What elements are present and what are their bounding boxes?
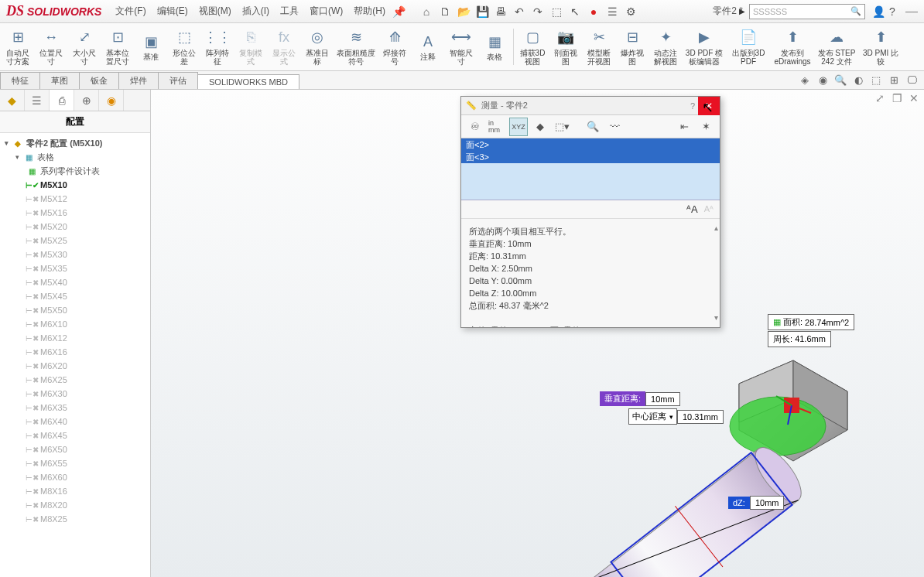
view-icon[interactable]: 🖵 (904, 72, 919, 87)
config-item[interactable]: ⊢✖M6X55 (2, 456, 149, 470)
config-item[interactable]: ⊢✖M5X25 (2, 234, 149, 248)
pin-right-icon[interactable]: ✶ (696, 118, 715, 136)
measure-title-bar[interactable]: 📏 测量 - 零件2 ? ✕ (461, 97, 720, 115)
xyz-button[interactable]: XYZ (509, 118, 528, 136)
pin-icon[interactable]: 📌 (392, 5, 406, 19)
config-item[interactable]: ⊢✖M8X16 (2, 484, 149, 498)
selection-item[interactable]: 面<3> (461, 151, 720, 163)
config-item[interactable]: ⊢✔M5X10 (2, 178, 149, 192)
tab-feature[interactable]: 特征 (0, 72, 40, 89)
point-icon[interactable]: ◆ (531, 118, 549, 136)
config-item[interactable]: ⊢✖M5X45 (2, 289, 149, 303)
config-item[interactable]: ⊢✖M6X10 (2, 317, 149, 331)
ribbon-爆炸视图[interactable]: ⊟爆炸视图 (616, 26, 649, 68)
menu-view[interactable]: 视图(M) (199, 5, 231, 18)
config-item[interactable]: ⊢✖M5X40 (2, 275, 149, 289)
unit-button[interactable]: in mm (488, 118, 506, 136)
ribbon-出版到3D PDF[interactable]: 📄出版到3D PDF (727, 26, 770, 68)
sb-tab-feature[interactable]: ◆ (0, 90, 25, 111)
ribbon-基本位置尺寸[interactable]: ⊡基本位置尺寸 (101, 26, 134, 68)
config-item[interactable]: ⊢✖M8X25 (2, 512, 149, 526)
ribbon-动态注解视图[interactable]: ✦动态注解视图 (649, 26, 682, 68)
view-icon[interactable]: ◉ (815, 72, 830, 87)
menu-file[interactable]: 文件(F) (115, 5, 145, 18)
view-icon[interactable]: ◐ (850, 72, 866, 87)
close-doc-icon[interactable]: ✕ (907, 91, 921, 105)
ribbon-模型断开视图[interactable]: ✂模型断开视图 (583, 26, 615, 68)
config-item[interactable]: ⊢✖M5X16 (2, 206, 149, 220)
menu-tools[interactable]: 工具 (280, 5, 299, 18)
help-icon[interactable]: ? (885, 5, 899, 19)
tree-tables[interactable]: ▾▦表格 (2, 150, 149, 164)
ribbon-显示公式[interactable]: fx显示公式 (268, 26, 300, 68)
ribbon-表格[interactable]: ▦表格 (478, 26, 511, 68)
config-item[interactable]: ⊢✖M6X25 (2, 373, 149, 387)
scroll-up-icon[interactable]: ▴ (714, 222, 718, 234)
search-input[interactable]: SSSSSS🔍 (749, 4, 865, 19)
view-icon[interactable]: ⬚ (868, 72, 884, 87)
view-icon[interactable]: 🔍 (833, 72, 848, 87)
ribbon-表面粗糙度符号[interactable]: ≋表面粗糙度符号 (334, 26, 378, 68)
user-icon[interactable]: 👤 (871, 5, 885, 19)
tab-evaluate[interactable]: 评估 (158, 72, 198, 89)
config-item[interactable]: ⊢✖M6X50 (2, 442, 149, 456)
config-item[interactable]: ⊢✖M6X60 (2, 470, 149, 484)
tab-weldment[interactable]: 焊件 (118, 72, 159, 89)
sb-tab-property[interactable]: ☰ (25, 90, 50, 111)
pin-left-icon[interactable]: ⇤ (675, 118, 693, 136)
save-icon[interactable]: 💾 (475, 5, 489, 19)
window-icon[interactable]: ❐ (890, 91, 904, 105)
config-item[interactable]: ⊢✖M6X45 (2, 428, 149, 442)
annot-center-distance[interactable]: 中心距离▾ 10.31mm (628, 408, 724, 425)
rebuild-icon[interactable]: ● (587, 5, 601, 19)
tab-sketch[interactable]: 草图 (39, 72, 80, 89)
tree-root[interactable]: ▾◆零件2 配置 (M5X10) (2, 136, 149, 150)
minimize-button[interactable]: — (905, 5, 918, 19)
options-icon[interactable]: ☰ (605, 5, 619, 19)
menu-insert[interactable]: 插入(I) (242, 5, 269, 18)
config-item[interactable]: ⊢✖M5X12 (2, 192, 149, 206)
font-larger-icon[interactable]: Aᴬ (704, 204, 714, 214)
config-item[interactable]: ⊢✖M5X50 (2, 303, 149, 317)
selection-blank-area[interactable] (461, 163, 720, 200)
sb-tab-config[interactable]: ⎙ (50, 90, 74, 111)
ribbon-3D PDF 模板编辑器[interactable]: ▶3D PDF 模板编辑器 (683, 26, 726, 68)
view-icon[interactable]: ◈ (797, 72, 813, 87)
redo-icon[interactable]: ↷ (531, 5, 545, 19)
select-icon[interactable]: ⬚ (549, 5, 563, 19)
ribbon-大小尺寸[interactable]: ⤢大小尺寸 (68, 26, 101, 68)
menu-edit[interactable]: 编辑(E) (157, 5, 188, 18)
print-icon[interactable]: 🖶 (494, 5, 508, 19)
config-item[interactable]: ⊢✖M5X30 (2, 248, 149, 261)
ribbon-复制模式[interactable]: ⎘复制模式 (234, 26, 267, 68)
config-item[interactable]: ⊢✖M6X16 (2, 345, 149, 359)
scroll-down-icon[interactable]: ▾ (714, 312, 718, 324)
arc-option-icon[interactable]: ♾ (466, 118, 484, 136)
undo-icon[interactable]: ↶ (512, 5, 526, 19)
ribbon-阵列特征[interactable]: ⋮⋮阵列特征 (201, 26, 234, 68)
tab-sheetmetal[interactable]: 钣金 (79, 72, 119, 89)
view-icon[interactable]: ⊞ (886, 72, 902, 87)
menu-help[interactable]: 帮助(H) (354, 5, 385, 18)
config-item[interactable]: ⊢✖M6X35 (2, 401, 149, 415)
home-icon[interactable]: ⌂ (419, 5, 433, 19)
ribbon-自动尺寸方案[interactable]: ⊞自动尺寸方案 (2, 26, 34, 68)
config-item[interactable]: ⊢✖M5X20 (2, 220, 149, 234)
ribbon-剖面视图[interactable]: 📷剖面视图 (549, 26, 582, 68)
ribbon-智能尺寸[interactable]: ⟷智能尺寸 (445, 26, 477, 68)
config-item[interactable]: ⊢✖M8X20 (2, 498, 149, 512)
config-item[interactable]: ⊢✖M6X40 (2, 415, 149, 428)
ribbon-注释[interactable]: A注释 (412, 26, 444, 68)
ribbon-位置尺寸[interactable]: ↔位置尺寸 (35, 26, 67, 68)
ribbon-基准[interactable]: ▣基准 (135, 26, 167, 68)
settings-icon[interactable]: ⚙ (624, 5, 638, 19)
font-smaller-icon[interactable]: ᴬA (686, 203, 698, 215)
config-item[interactable]: ⊢✖M5X35 (2, 261, 149, 275)
config-item[interactable]: ⊢✖M6X12 (2, 331, 149, 345)
expand-icon[interactable]: ⤢ (873, 91, 887, 105)
tree-design-table[interactable]: ▦系列零件设计表 (2, 164, 149, 178)
ribbon-基准目标[interactable]: ◎基准目标 (301, 26, 334, 68)
config-item[interactable]: ⊢✖M6X20 (2, 359, 149, 373)
measure-dialog[interactable]: 📏 测量 - 零件2 ? ✕ ♾ in mm XYZ ◆ ⬚▾ 🔍 〰 ⇤ ✶ (460, 96, 720, 328)
ribbon-发布到eDrawings[interactable]: ⬆发布到eDrawings (771, 26, 814, 68)
